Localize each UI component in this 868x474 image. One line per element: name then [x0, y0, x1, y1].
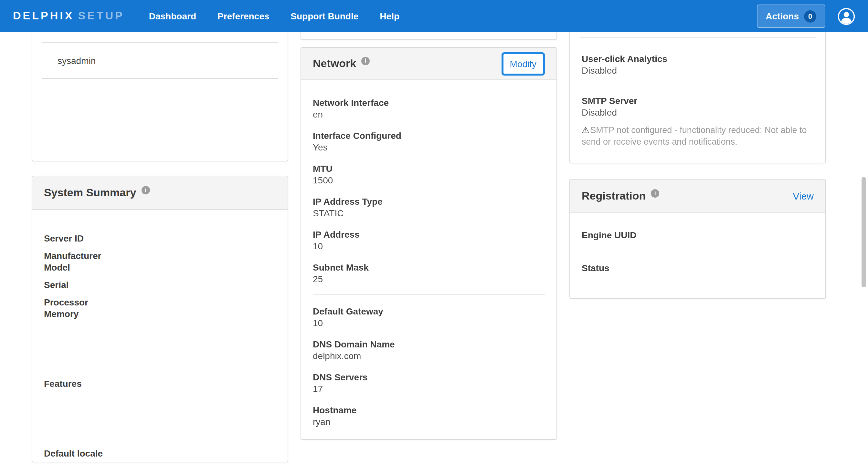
- registration-title: Registration: [582, 190, 646, 202]
- field-label: User-click Analytics: [582, 53, 814, 65]
- field-label: SMTP Server: [582, 95, 814, 107]
- user-avatar-icon[interactable]: [838, 7, 855, 25]
- field-value: [582, 241, 814, 252]
- field-label: Interface Configured: [313, 130, 545, 141]
- delphix-setup-page: sysadmin System Summary i Server ID Manu…: [0, 0, 868, 474]
- logo-secondary: SETUP: [78, 10, 124, 23]
- field-engine-uuid: Engine UUID: [582, 229, 814, 252]
- nav-preferences[interactable]: Preferences: [217, 11, 269, 21]
- registration-header: Registration i View: [570, 179, 825, 213]
- system-summary-body: Server ID Manufacturer Model Serial Proc…: [32, 210, 288, 459]
- field-ip-address-type: IP Address Type STATIC: [313, 196, 545, 219]
- summary-label-model: Model: [44, 262, 276, 273]
- network-card: Network i Modify Network Interface en In…: [301, 47, 557, 440]
- field-status: Status: [582, 262, 814, 285]
- field-label: IP Address: [313, 229, 545, 240]
- field-value: 1500: [313, 174, 545, 186]
- summary-label-serial: Serial: [44, 279, 276, 291]
- field-smtp-server: SMTP Server Disabled: [582, 95, 814, 118]
- field-ip-address: IP Address 10: [313, 229, 545, 252]
- nav-support-bundle[interactable]: Support Bundle: [290, 11, 359, 21]
- summary-label-manufacturer: Manufacturer: [44, 250, 276, 262]
- dashboard-content: sysadmin System Summary i Server ID Manu…: [0, 0, 868, 474]
- field-label: Hostname: [313, 404, 545, 416]
- field-label: MTU: [313, 163, 545, 174]
- nav-help[interactable]: Help: [380, 11, 399, 21]
- section-divider: [313, 295, 545, 295]
- left-column: sysadmin System Summary i Server ID Manu…: [32, 0, 288, 474]
- summary-label-server-id: Server ID: [44, 233, 276, 244]
- field-value: Disabled: [582, 65, 814, 76]
- field-value: 25: [313, 273, 545, 285]
- main-navigation: Dashboard Preferences Support Bundle Hel…: [149, 11, 421, 21]
- field-label: Network Interface: [313, 97, 545, 108]
- field-value: Disabled: [582, 107, 814, 118]
- field-dns-domain-name: DNS Domain Name delphix.com: [313, 338, 545, 362]
- navbar-right: Actions 0: [756, 4, 855, 28]
- list-divider: [42, 78, 278, 79]
- vertical-scrollbar-thumb[interactable]: [862, 177, 866, 287]
- field-value: en: [313, 108, 545, 120]
- info-icon[interactable]: i: [361, 57, 370, 65]
- preferences-body: User-click Analytics Disabled SMTP Serve…: [570, 53, 825, 148]
- field-label: DNS Domain Name: [313, 338, 545, 350]
- summary-label-processor: Processor: [44, 296, 276, 308]
- modify-button[interactable]: Modify: [501, 52, 545, 75]
- field-default-gateway: Default Gateway 10: [313, 305, 545, 329]
- field-hostname: Hostname ryan: [313, 404, 545, 428]
- smtp-warning-message: ⚠SMTP not configured - functionality red…: [582, 125, 814, 148]
- field-value: 17: [313, 383, 545, 395]
- actions-count-badge: 0: [804, 10, 816, 22]
- field-value: STATIC: [313, 207, 545, 219]
- nav-dashboard[interactable]: Dashboard: [149, 11, 196, 21]
- network-title: Network: [313, 57, 356, 70]
- middle-column: Network i Modify Network Interface en In…: [301, 0, 557, 474]
- delphix-setup-logo: DELPHIX SETUP: [13, 10, 124, 23]
- field-value: ryan: [313, 416, 545, 428]
- field-value: 10: [313, 317, 545, 329]
- system-summary-header: System Summary i: [32, 176, 288, 210]
- field-value: Yes: [313, 141, 545, 153]
- right-column: User-click Analytics Disabled SMTP Serve…: [569, 0, 826, 474]
- list-divider: [42, 42, 278, 43]
- summary-label-features: Features: [44, 378, 276, 390]
- system-summary-title: System Summary: [44, 186, 136, 199]
- actions-button[interactable]: Actions 0: [756, 4, 825, 28]
- warning-label: SMTP not configured - functionality redu…: [582, 125, 807, 146]
- actions-label: Actions: [766, 11, 799, 21]
- network-header: Network i Modify: [301, 48, 556, 80]
- summary-label-default-locale: Default locale: [44, 447, 276, 459]
- view-link[interactable]: View: [793, 191, 814, 201]
- info-icon[interactable]: i: [651, 189, 659, 198]
- field-interface-configured: Interface Configured Yes: [313, 130, 545, 153]
- field-label: Status: [582, 262, 814, 274]
- top-navbar: DELPHIX SETUP Dashboard Preferences Supp…: [0, 0, 868, 32]
- field-subnet-mask: Subnet Mask 25: [313, 262, 545, 285]
- field-mtu: MTU 1500: [313, 163, 545, 186]
- field-value: 10: [313, 240, 545, 252]
- field-label: Subnet Mask: [313, 262, 545, 273]
- network-body: Network Interface en Interface Configure…: [301, 80, 556, 428]
- field-dns-servers: DNS Servers 17: [313, 371, 545, 395]
- logo-primary: DELPHIX: [13, 10, 74, 23]
- warning-icon: ⚠: [582, 125, 589, 135]
- field-value: delphix.com: [313, 350, 545, 362]
- field-user-click-analytics: User-click Analytics Disabled: [582, 53, 814, 76]
- info-icon[interactable]: i: [141, 186, 150, 194]
- field-value: [582, 274, 814, 285]
- field-label: IP Address Type: [313, 196, 545, 207]
- registration-body: Engine UUID Status: [570, 213, 825, 285]
- section-divider: [580, 37, 816, 38]
- registration-card: Registration i View Engine UUID Status: [569, 179, 826, 299]
- field-label: Default Gateway: [313, 305, 545, 317]
- summary-label-memory: Memory: [44, 308, 276, 320]
- field-label: Engine UUID: [582, 229, 814, 241]
- list-item-sysadmin[interactable]: sysadmin: [58, 55, 96, 67]
- field-label: DNS Servers: [313, 371, 545, 383]
- system-summary-card: System Summary i Server ID Manufacturer …: [32, 176, 288, 462]
- field-network-interface: Network Interface en: [313, 97, 545, 120]
